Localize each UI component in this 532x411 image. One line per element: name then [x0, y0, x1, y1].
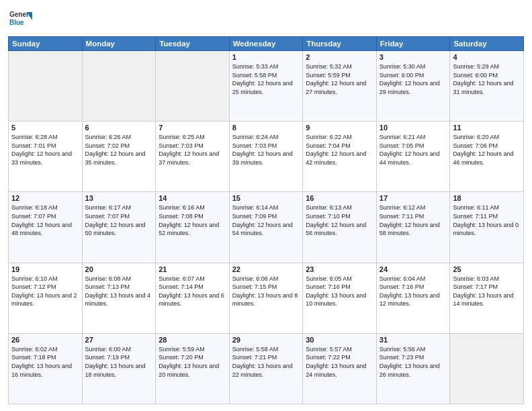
day-number: 12 [11, 194, 79, 202]
calendar-cell: 19Sunrise: 6:10 AM Sunset: 7:12 PM Dayli… [9, 263, 83, 333]
day-number: 13 [85, 194, 153, 202]
calendar-cell: 11Sunrise: 6:20 AM Sunset: 7:06 PM Dayli… [450, 122, 524, 192]
cell-info: Sunrise: 6:17 AM Sunset: 7:07 PM Dayligh… [85, 203, 153, 237]
cell-info: Sunrise: 5:32 AM Sunset: 5:59 PM Dayligh… [306, 62, 373, 96]
cell-info: Sunrise: 5:33 AM Sunset: 5:58 PM Dayligh… [232, 62, 300, 96]
calendar-cell: 21Sunrise: 6:07 AM Sunset: 7:14 PM Dayli… [156, 263, 230, 333]
day-number: 8 [232, 124, 300, 132]
cell-info: Sunrise: 6:28 AM Sunset: 7:01 PM Dayligh… [11, 133, 79, 167]
day-number: 18 [453, 194, 521, 202]
day-number: 20 [85, 265, 153, 273]
cell-info: Sunrise: 6:24 AM Sunset: 7:03 PM Dayligh… [232, 133, 300, 167]
day-number: 1 [232, 53, 300, 61]
cell-info: Sunrise: 6:16 AM Sunset: 7:08 PM Dayligh… [159, 203, 226, 237]
calendar-cell: 13Sunrise: 6:17 AM Sunset: 7:07 PM Dayli… [82, 192, 156, 263]
calendar-cell: 17Sunrise: 6:12 AM Sunset: 7:11 PM Dayli… [376, 192, 450, 263]
calendar-cell: 6Sunrise: 6:26 AM Sunset: 7:02 PM Daylig… [82, 122, 156, 192]
cell-info: Sunrise: 6:04 AM Sunset: 7:16 PM Dayligh… [380, 275, 447, 308]
calendar-cell [156, 51, 230, 122]
calendar-cell: 18Sunrise: 6:11 AM Sunset: 7:11 PM Dayli… [450, 192, 524, 263]
logo-icon: General Blue [8, 7, 32, 31]
calendar-cell: 30Sunrise: 5:57 AM Sunset: 7:22 PM Dayli… [303, 333, 377, 404]
calendar-cell: 31Sunrise: 5:56 AM Sunset: 7:23 PM Dayli… [376, 333, 450, 404]
calendar-cell: 25Sunrise: 6:03 AM Sunset: 7:17 PM Dayli… [450, 263, 524, 333]
cell-info: Sunrise: 5:59 AM Sunset: 7:20 PM Dayligh… [159, 345, 226, 379]
day-number: 7 [159, 124, 226, 132]
cell-info: Sunrise: 6:13 AM Sunset: 7:10 PM Dayligh… [306, 203, 373, 237]
calendar-cell: 7Sunrise: 6:25 AM Sunset: 7:03 PM Daylig… [156, 122, 230, 192]
weekday-header-tuesday: Tuesday [156, 37, 230, 51]
day-number: 28 [159, 336, 226, 344]
cell-info: Sunrise: 6:22 AM Sunset: 7:04 PM Dayligh… [306, 133, 373, 167]
cell-info: Sunrise: 5:30 AM Sunset: 6:00 PM Dayligh… [380, 62, 447, 96]
calendar-cell [82, 51, 156, 122]
day-number: 31 [380, 336, 447, 344]
day-number: 9 [306, 124, 373, 132]
calendar-cell: 27Sunrise: 6:00 AM Sunset: 7:19 PM Dayli… [82, 333, 156, 404]
cell-info: Sunrise: 5:56 AM Sunset: 7:23 PM Dayligh… [380, 345, 447, 379]
cell-info: Sunrise: 6:00 AM Sunset: 7:19 PM Dayligh… [85, 345, 153, 379]
day-number: 4 [453, 53, 521, 61]
calendar-cell [450, 333, 524, 404]
calendar-cell: 20Sunrise: 6:08 AM Sunset: 7:13 PM Dayli… [82, 263, 156, 333]
header: General Blue [8, 7, 524, 34]
cell-info: Sunrise: 6:21 AM Sunset: 7:05 PM Dayligh… [380, 133, 447, 167]
weekday-header-sunday: Sunday [9, 37, 83, 51]
calendar-cell: 16Sunrise: 6:13 AM Sunset: 7:10 PM Dayli… [303, 192, 377, 263]
calendar-cell: 26Sunrise: 6:02 AM Sunset: 7:18 PM Dayli… [9, 333, 83, 404]
day-number: 2 [306, 53, 373, 61]
cell-info: Sunrise: 5:57 AM Sunset: 7:22 PM Dayligh… [306, 345, 373, 379]
weekday-header-friday: Friday [376, 37, 450, 51]
weekday-header-wednesday: Wednesday [229, 37, 303, 51]
calendar-cell: 22Sunrise: 6:06 AM Sunset: 7:15 PM Dayli… [229, 263, 303, 333]
calendar-row-2: 12Sunrise: 6:18 AM Sunset: 7:07 PM Dayli… [9, 192, 524, 263]
weekday-header-thursday: Thursday [303, 37, 377, 51]
day-number: 14 [159, 194, 226, 202]
cell-info: Sunrise: 6:26 AM Sunset: 7:02 PM Dayligh… [85, 133, 153, 167]
calendar-page: General Blue SundayMondayTuesdayWednesda… [0, 0, 532, 411]
calendar-cell: 12Sunrise: 6:18 AM Sunset: 7:07 PM Dayli… [9, 192, 83, 263]
day-number: 29 [232, 336, 300, 344]
calendar-row-3: 19Sunrise: 6:10 AM Sunset: 7:12 PM Dayli… [9, 263, 524, 333]
weekday-header-row: SundayMondayTuesdayWednesdayThursdayFrid… [9, 37, 524, 51]
calendar-row-1: 5Sunrise: 6:28 AM Sunset: 7:01 PM Daylig… [9, 122, 524, 192]
day-number: 5 [11, 124, 79, 132]
calendar-cell: 5Sunrise: 6:28 AM Sunset: 7:01 PM Daylig… [9, 122, 83, 192]
weekday-header-saturday: Saturday [450, 37, 524, 51]
cell-info: Sunrise: 6:07 AM Sunset: 7:14 PM Dayligh… [159, 275, 226, 308]
calendar-cell: 10Sunrise: 6:21 AM Sunset: 7:05 PM Dayli… [376, 122, 450, 192]
day-number: 25 [453, 265, 521, 273]
day-number: 6 [85, 124, 153, 132]
calendar-cell: 14Sunrise: 6:16 AM Sunset: 7:08 PM Dayli… [156, 192, 230, 263]
calendar-cell: 9Sunrise: 6:22 AM Sunset: 7:04 PM Daylig… [303, 122, 377, 192]
calendar-cell: 3Sunrise: 5:30 AM Sunset: 6:00 PM Daylig… [376, 51, 450, 122]
calendar-cell: 1Sunrise: 5:33 AM Sunset: 5:58 PM Daylig… [229, 51, 303, 122]
cell-info: Sunrise: 6:12 AM Sunset: 7:11 PM Dayligh… [380, 203, 447, 237]
calendar-cell: 4Sunrise: 5:29 AM Sunset: 6:00 PM Daylig… [450, 51, 524, 122]
cell-info: Sunrise: 6:03 AM Sunset: 7:17 PM Dayligh… [453, 275, 521, 308]
day-number: 3 [380, 53, 447, 61]
weekday-header-monday: Monday [82, 37, 156, 51]
svg-text:Blue: Blue [9, 19, 24, 26]
day-number: 26 [11, 336, 79, 344]
cell-info: Sunrise: 5:29 AM Sunset: 6:00 PM Dayligh… [453, 62, 521, 96]
day-number: 30 [306, 336, 373, 344]
cell-info: Sunrise: 6:25 AM Sunset: 7:03 PM Dayligh… [159, 133, 226, 167]
day-number: 10 [380, 124, 447, 132]
calendar-table: SundayMondayTuesdayWednesdayThursdayFrid… [8, 36, 524, 404]
calendar-cell: 23Sunrise: 6:05 AM Sunset: 7:16 PM Dayli… [303, 263, 377, 333]
cell-info: Sunrise: 6:02 AM Sunset: 7:18 PM Dayligh… [11, 345, 79, 379]
day-number: 11 [453, 124, 521, 132]
day-number: 19 [11, 265, 79, 273]
calendar-cell [9, 51, 83, 122]
day-number: 16 [306, 194, 373, 202]
day-number: 23 [306, 265, 373, 273]
day-number: 17 [380, 194, 447, 202]
calendar-row-4: 26Sunrise: 6:02 AM Sunset: 7:18 PM Dayli… [9, 333, 524, 404]
calendar-row-0: 1Sunrise: 5:33 AM Sunset: 5:58 PM Daylig… [9, 51, 524, 122]
cell-info: Sunrise: 6:10 AM Sunset: 7:12 PM Dayligh… [11, 275, 79, 308]
day-number: 15 [232, 194, 300, 202]
day-number: 22 [232, 265, 300, 273]
calendar-cell: 15Sunrise: 6:14 AM Sunset: 7:09 PM Dayli… [229, 192, 303, 263]
calendar-cell: 2Sunrise: 5:32 AM Sunset: 5:59 PM Daylig… [303, 51, 377, 122]
